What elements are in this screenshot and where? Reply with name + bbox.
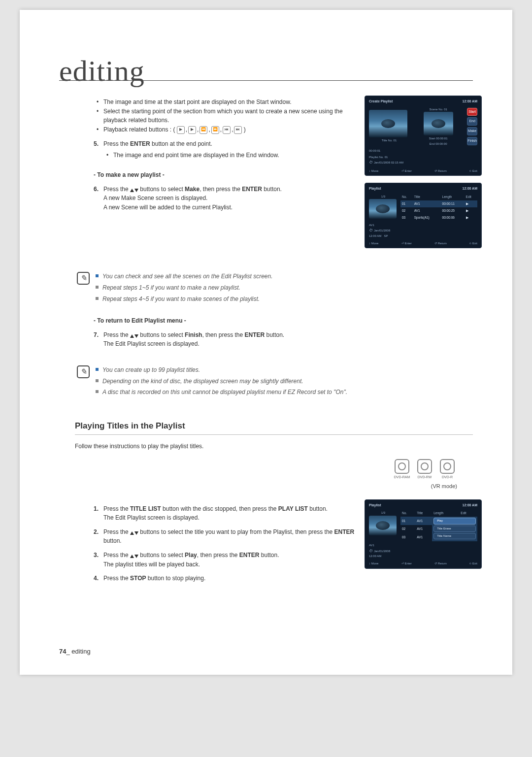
osd-sp: SP — [384, 234, 388, 237]
osd-btn-end[interactable]: End — [467, 117, 477, 126]
osd-topbar: Playlist 12:00 AM — [369, 186, 477, 192]
t: , then press the — [202, 331, 244, 338]
top-bullets: • The image and time at the start point … — [97, 98, 358, 134]
make-playlist-subhead: - To make a new playlist - — [94, 170, 358, 180]
t: buttons to select — [138, 186, 185, 193]
bullet-dot: • — [97, 125, 100, 134]
osd-row[interactable]: 03 Sports(A1) 00:00:06 ▶ — [400, 214, 477, 221]
disc-label: DVD-RAM — [392, 475, 412, 480]
osd-bottombar: ↕ Move ⏎ Enter ↺ Return ⎋ Exit — [369, 561, 477, 566]
osd-exit: ⎋ Exit — [469, 241, 477, 246]
bullet-row: • The image and time at the start point … — [97, 98, 358, 107]
osd-row[interactable]: 01 AV1 Play Title Erase Title Name — [400, 517, 477, 525]
step-text: Press the buttons to select Play, then p… — [103, 551, 358, 569]
th-no: No. — [400, 510, 415, 517]
bullet-row: • Playback related buttons : ( ▶, ▶, ⏪, … — [97, 125, 358, 134]
square-bullet-icon — [96, 390, 99, 393]
osd-btn-start[interactable]: Start — [467, 108, 477, 116]
osd-count: 1/3 — [369, 195, 398, 199]
step5-bullets: • The image and end point time are displ… — [106, 151, 358, 160]
osd-scene-label: Scene No. 01 — [412, 107, 464, 112]
note-row: A disc that is recorded on this unit can… — [96, 388, 473, 397]
t: , then press the — [200, 186, 242, 193]
osd-clock: 12:00 AM — [463, 186, 477, 192]
t-bold: STOP — [130, 575, 146, 582]
osd-scene-row: Title No. 01 Scene No. 01 Start 00:00:01… — [369, 106, 477, 147]
osd-table: No. Title Length Edit 01 AV1 Play — [400, 510, 477, 541]
osd-return: ↺ Return — [434, 561, 447, 566]
osd-btn-finish[interactable]: Finish — [467, 137, 477, 145]
osd-progress: 00:00:01 — [369, 149, 477, 153]
note-icon: ✎ — [77, 365, 90, 378]
osd-table: No. Title Length Edit 01 AV1 00:00:11 ▶ — [400, 194, 477, 221]
step-num: 3. — [94, 551, 100, 569]
osd-meta: AV1 Jan/01/2008 12:00 AM — [369, 543, 477, 559]
t: button with the disc stopped, then press… — [161, 505, 278, 512]
t: button. — [265, 331, 284, 338]
osd-sidebuttons: Start End Make Finish — [467, 108, 477, 145]
step-5: 5. Press the ENTER button at the end poi… — [94, 139, 358, 160]
t: You can check and see all the scenes on … — [102, 272, 273, 281]
up-down-arrows-icon — [130, 555, 138, 558]
osd-menu-name[interactable]: Title Name — [433, 533, 476, 539]
dvd-r-icon — [440, 459, 455, 474]
osd-playlist-menu: Playlist 12:00 AM 1/3 No. Titl — [365, 499, 482, 569]
play-two-col: 1. Press the TITLE LIST button with the … — [59, 499, 473, 583]
footer-section: _ editing — [66, 648, 90, 655]
step-4: 4. Press the STOP button to stop playing… — [94, 574, 358, 583]
osd-th-row: No. Title Length Edit — [400, 510, 477, 517]
osd-menu-erase[interactable]: Title Erase — [433, 526, 476, 532]
t: button at the end point. — [150, 140, 212, 147]
osd-date: Jan/01/2008 02:15 AM — [369, 161, 403, 164]
rewind-icon: ⏪ — [200, 126, 207, 134]
step-2: 2. Press the buttons to select the title… — [94, 527, 358, 546]
note-row: You can check and see all the scenes on … — [96, 272, 473, 281]
step-num: 4. — [94, 574, 100, 583]
play-outline-icon: ▶ — [177, 126, 185, 134]
osd-enter: ⏎ Enter — [401, 241, 412, 246]
note-icon: ✎ — [77, 272, 90, 285]
bullet-text: The image and end point time are display… — [113, 151, 279, 160]
t-bold: ENTER — [239, 552, 260, 559]
osd-clock: 12:00 AM — [463, 99, 477, 104]
note-row: Depending on the kind of disc, the displ… — [96, 377, 473, 386]
note-row: You can create up to 99 playlist titles. — [96, 365, 473, 375]
osd-playlist: Playlist 12:00 AM 1/3 No. Titl — [365, 183, 482, 248]
up-down-arrows-icon — [130, 334, 138, 338]
osd-row[interactable]: 01 AV1 00:00:11 ▶ — [400, 200, 477, 207]
osd-exit: ⎋ Exit — [469, 561, 477, 566]
page: editing • The image and time at the star… — [20, 10, 512, 675]
bullet-row: • Select the starting point of the secti… — [97, 107, 358, 125]
bullet-text: The image and time at the start point ar… — [103, 98, 292, 107]
osd-scene-col: Scene No. 01 Start 00:00:01 End 00:00:00 — [412, 106, 464, 147]
t: button to stop playing. — [146, 575, 206, 582]
disc-item: DVD-RW — [415, 459, 434, 480]
osd-table-col: No. Title Length Edit 01 AV1 00:00:11 ▶ — [400, 194, 477, 221]
osd-topbar: Playlist 12:00 AM — [369, 503, 477, 508]
step-6: 6. Press the buttons to select Make, the… — [94, 185, 358, 212]
osd-body: 1/3 No. Title Length Edit — [369, 194, 477, 221]
return-subhead: - To return to Edit Playlist menu - — [94, 316, 473, 326]
playback-icons: ▶, ▶, ⏪, ⏩, ⏮, ⏭ — [177, 125, 242, 134]
t: button. — [308, 505, 328, 512]
bullet-dot: • — [97, 107, 100, 125]
square-bullet-icon — [96, 297, 99, 300]
osd-end-text: End 00:00:00 — [412, 142, 464, 146]
osd-btn-make[interactable]: Make — [467, 127, 477, 135]
osd-row[interactable]: 02 AV1 00:00:25 ▶ — [400, 207, 477, 214]
t: Depending on the kind of disc, the displ… — [102, 377, 303, 386]
t: Press the — [103, 186, 130, 193]
osd-tc: 00:00:01 — [369, 149, 380, 152]
t: button. — [262, 186, 282, 193]
osd-thumb-col: 1/3 — [369, 194, 398, 221]
osd-table-col: No. Title Length Edit 01 AV1 Play — [400, 510, 477, 541]
up-down-arrows-icon — [130, 531, 138, 535]
top-left: • The image and time at the start point … — [59, 96, 358, 255]
note-text: You can check and see all the scenes on … — [96, 272, 473, 305]
t: The Edit Playlist screen is displayed. — [103, 513, 358, 523]
step-text: Press the TITLE LIST button with the dis… — [103, 504, 358, 523]
playback-text-pre: Playback related buttons : ( — [103, 126, 175, 133]
osd-menu-play[interactable]: Play — [433, 518, 476, 524]
bullet-dot: • — [97, 98, 100, 107]
t: 12:00 AM — [369, 234, 381, 237]
